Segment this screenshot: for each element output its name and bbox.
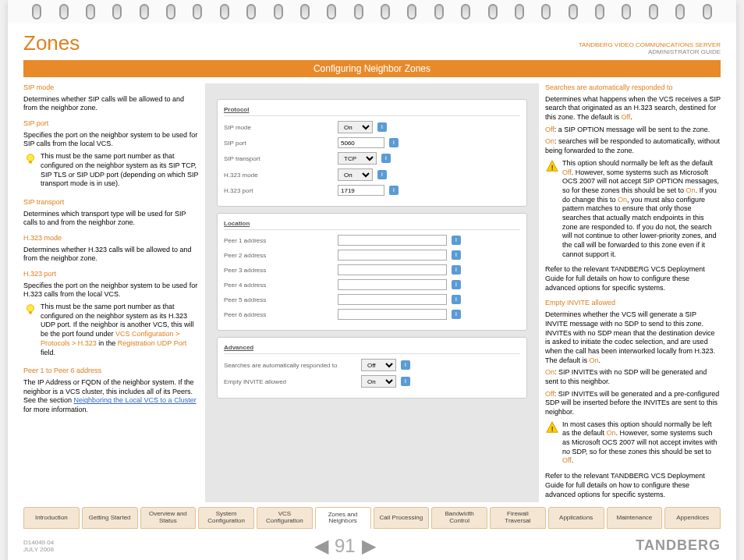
help-icon[interactable]: i (452, 236, 461, 245)
panel-protocol: Protocol SIP modeOni SIP porti SIP trans… (217, 99, 527, 207)
right-column: Searches are automatically responded to … (545, 83, 721, 502)
next-page-icon[interactable]: ▶ (362, 535, 376, 557)
tab-appendices[interactable]: Appendices (664, 507, 721, 529)
help-icon[interactable]: i (452, 280, 461, 289)
svg-rect-3 (29, 312, 32, 314)
help-icon[interactable]: i (452, 295, 461, 304)
tab-overview[interactable]: Overview and Status (140, 507, 197, 529)
cluster-link[interactable]: Neighboring the Local VCS to a Cluster (74, 396, 197, 404)
help-icon[interactable]: i (452, 265, 461, 275)
help-icon[interactable]: i (389, 138, 399, 147)
tab-system-config[interactable]: System Configuration (198, 507, 254, 529)
lightbulb-icon (23, 303, 37, 317)
help-icon[interactable]: i (401, 377, 410, 386)
help-icon[interactable]: i (381, 154, 391, 163)
section-banner: Configuring Neighbor Zones (23, 60, 721, 77)
nav-tabs: Introduction Getting Started Overview an… (8, 507, 736, 529)
tab-getting-started[interactable]: Getting Started (82, 507, 138, 529)
svg-point-2 (27, 305, 34, 312)
lightbulb-icon (23, 152, 37, 166)
spiral-binding (8, 0, 736, 23)
brand-logo: TANDBERG (636, 537, 721, 554)
sip-mode-select[interactable]: On (338, 121, 373, 133)
config-screenshot: Protocol SIP modeOni SIP porti SIP trans… (205, 83, 539, 502)
left-column: SIP mode Determines whether SIP calls wi… (23, 83, 199, 502)
h-sip-port: SIP port (23, 119, 199, 129)
panel-advanced: Advanced Searches are automatically resp… (217, 337, 527, 399)
svg-point-0 (27, 154, 34, 161)
h-sip-mode: SIP mode (23, 83, 199, 93)
peer3-input[interactable] (338, 264, 447, 275)
searches-select[interactable]: Off (361, 359, 396, 371)
help-icon[interactable]: i (377, 122, 387, 132)
tab-applications[interactable]: Applications (548, 507, 604, 529)
help-icon[interactable]: i (452, 310, 461, 319)
tab-firewall[interactable]: Firewall Traversal (490, 507, 546, 529)
h323-port-input[interactable] (338, 185, 384, 196)
sip-transport-select[interactable]: TCP (338, 152, 377, 165)
h-invite: Empty INVITE allowed (545, 299, 721, 308)
svg-text:!: ! (551, 424, 554, 432)
help-icon[interactable]: i (389, 186, 399, 195)
panel-location: Location Peer 1 addressi Peer 2 addressi… (217, 213, 527, 331)
tab-bandwidth[interactable]: Bandwidth Control (431, 507, 487, 529)
help-icon[interactable]: i (401, 360, 410, 370)
peer6-input[interactable] (338, 309, 447, 320)
h-peer: Peer 1 to Peer 6 address (23, 367, 199, 376)
svg-text:!: ! (551, 162, 554, 171)
doc-id: D14049.04JULY 2008 (23, 539, 54, 553)
h-h323-port: H.323 port (23, 270, 199, 279)
tab-introduction[interactable]: Introduction (23, 507, 80, 529)
tab-call-processing[interactable]: Call Processing (374, 507, 430, 529)
peer2-input[interactable] (338, 250, 447, 261)
document-page: Zones TANDBERG VIDEO COMMUNICATIONS SERV… (8, 0, 736, 560)
peer4-input[interactable] (338, 279, 447, 290)
page-title: Zones (23, 31, 80, 55)
header-brand: TANDBERG VIDEO COMMUNICATIONS SERVER ADM… (579, 41, 721, 55)
h-h323-mode: H.323 mode (23, 234, 199, 243)
prev-page-icon[interactable]: ◀ (314, 535, 328, 557)
help-icon[interactable]: i (452, 250, 461, 260)
help-icon[interactable]: i (377, 170, 387, 179)
tab-maintenance[interactable]: Maintenance (607, 507, 663, 529)
invite-select[interactable]: On (361, 375, 396, 388)
peer1-input[interactable] (338, 235, 447, 246)
peer5-input[interactable] (338, 294, 447, 305)
h-searches: Searches are automatically responded to (545, 83, 721, 93)
warning-icon: ! (545, 159, 559, 173)
tab-zones[interactable]: Zones and Neighbors (315, 507, 371, 529)
h-sip-transport: SIP transport (23, 198, 199, 207)
page-number: 91 (335, 535, 356, 557)
pager: ◀ 91 ▶ (314, 535, 376, 557)
svg-rect-1 (29, 161, 32, 164)
h323-mode-select[interactable]: On (338, 168, 373, 181)
warning-icon: ! (545, 420, 559, 434)
tab-vcs-config[interactable]: VCS Configuration (257, 507, 313, 529)
sip-port-input[interactable] (338, 137, 384, 148)
